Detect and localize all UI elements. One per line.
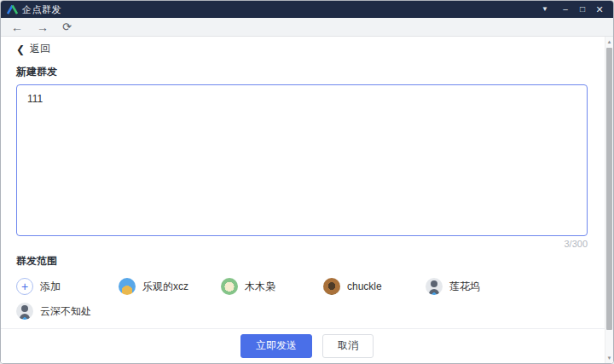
contact-name: 云深不知处	[40, 304, 91, 319]
scrollbar-thumb[interactable]	[606, 48, 612, 330]
contact-avatar	[323, 278, 340, 295]
scope-title: 群发范围	[16, 254, 57, 269]
contact-item[interactable]: 云深不知处	[16, 302, 119, 321]
window-title: 企点群发	[22, 3, 61, 16]
nav-refresh-icon[interactable]: ⟳	[62, 21, 72, 32]
vertical-scrollbar[interactable]: ▲ ▼	[605, 37, 613, 363]
titlebar: 企点群发 ▼ – □ ✕	[1, 1, 613, 18]
message-textarea[interactable]: 111	[16, 84, 588, 236]
nav-back-icon[interactable]: ←	[11, 21, 23, 33]
page-title: 新建群发	[16, 65, 57, 79]
plus-icon: +	[16, 278, 33, 295]
contact-item[interactable]: 乐观的xcz	[119, 277, 221, 296]
char-counter: 3/300	[16, 239, 588, 249]
contact-avatar	[221, 278, 238, 295]
scroll-up-icon[interactable]: ▲	[605, 37, 613, 47]
minimize-button[interactable]: –	[557, 1, 574, 18]
contacts-grid: + 添加 乐观的xcz 木木枭 chuckle 莲花坞 云深不知处	[16, 277, 545, 321]
menu-caret-icon[interactable]: ▼	[536, 1, 553, 18]
app-logo-icon	[7, 4, 18, 15]
contact-name: 乐观的xcz	[142, 280, 188, 294]
contact-name: chuckle	[347, 280, 382, 292]
contact-avatar	[16, 303, 33, 320]
back-link[interactable]: ❮ 返回	[16, 42, 50, 56]
send-now-button[interactable]: 立即发送	[240, 334, 312, 357]
cancel-button[interactable]: 取消	[322, 334, 374, 357]
app-window: 企点群发 ▼ – □ ✕ ← → ⟳ ❮ 返回 新建群发 111 3/300 群…	[0, 0, 614, 364]
contact-item[interactable]: 莲花坞	[426, 277, 528, 296]
back-link-label: 返回	[30, 42, 50, 56]
scroll-down-icon[interactable]: ▼	[605, 353, 613, 363]
contact-avatar	[426, 278, 443, 295]
nav-forward-icon[interactable]: →	[37, 21, 49, 33]
footer: 立即发送 取消	[1, 329, 613, 363]
add-contact-label: 添加	[40, 280, 61, 294]
back-chevron-icon: ❮	[16, 43, 25, 55]
navbar: ← → ⟳	[1, 18, 613, 37]
contact-name: 木木枭	[245, 280, 275, 294]
contact-item[interactable]: chuckle	[323, 277, 426, 296]
add-contact-button[interactable]: + 添加	[16, 277, 119, 296]
contact-name: 莲花坞	[449, 280, 480, 294]
close-button[interactable]: ✕	[591, 1, 608, 18]
contact-avatar	[119, 278, 136, 295]
contact-item[interactable]: 木木枭	[221, 277, 323, 296]
maximize-button[interactable]: □	[574, 1, 591, 18]
content-area: ❮ 返回 新建群发 111 3/300 群发范围 + 添加 乐观的xcz 木木枭…	[1, 37, 613, 363]
